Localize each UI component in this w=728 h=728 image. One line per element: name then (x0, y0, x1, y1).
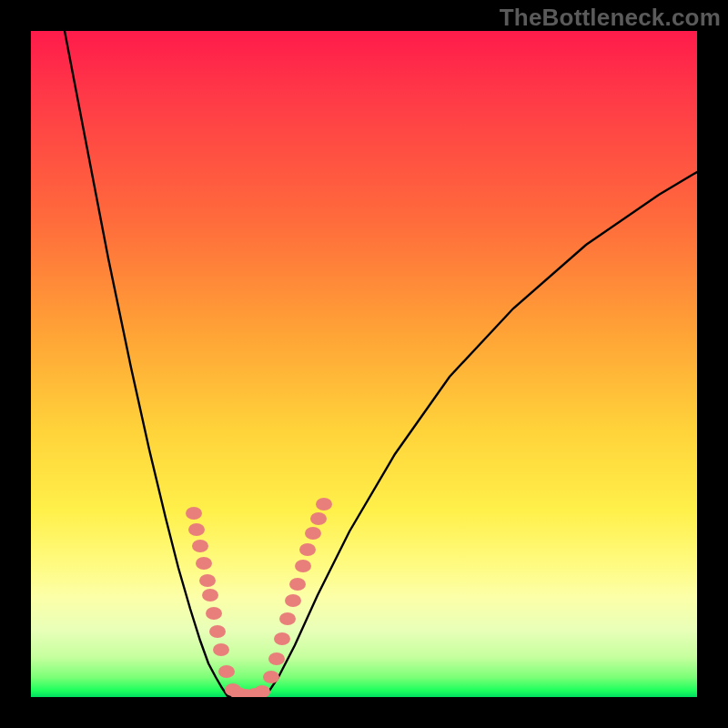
marker-dot (305, 527, 321, 540)
marker-dot (274, 632, 290, 645)
marker-dot (202, 589, 218, 602)
marker-dot (192, 540, 208, 552)
marker-dot (186, 507, 202, 520)
marker-dot (310, 512, 327, 525)
marker-dot (254, 685, 270, 697)
curve-group (65, 31, 697, 697)
watermark-label: TheBottleneck.com (500, 4, 721, 32)
marker-dot (199, 574, 216, 587)
marker-dot (263, 671, 279, 683)
chart-plot-area (31, 31, 697, 697)
marker-dot (188, 523, 205, 536)
marker-dot (206, 607, 222, 620)
marker-group (186, 498, 332, 697)
marker-dot (285, 594, 301, 607)
marker-dot (299, 543, 316, 556)
marker-dot (209, 625, 226, 638)
marker-dot (196, 557, 212, 570)
marker-dot (268, 652, 285, 665)
marker-dot (295, 560, 311, 572)
marker-dot (289, 578, 306, 591)
marker-dot (316, 498, 332, 511)
marker-dot (279, 612, 296, 625)
marker-dot (213, 643, 229, 656)
chart-frame: TheBottleneck.com (0, 0, 728, 728)
bottleneck-curve (65, 31, 697, 697)
marker-dot (218, 665, 235, 678)
chart-svg (31, 31, 697, 697)
